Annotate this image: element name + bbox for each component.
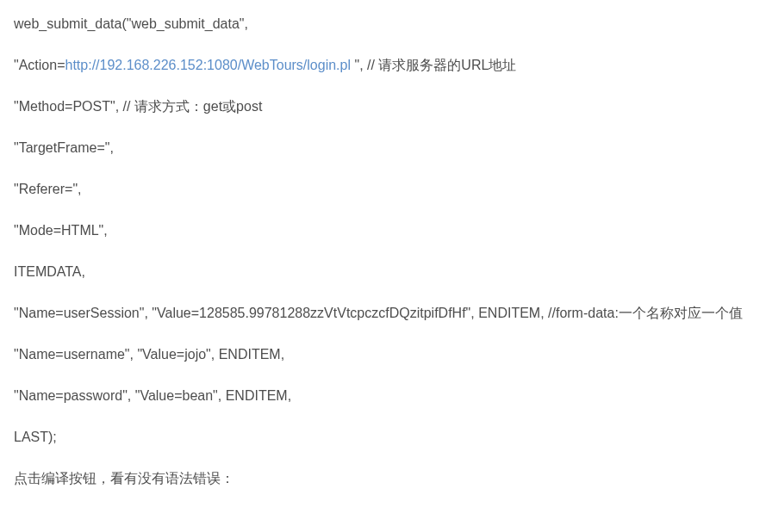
code-line-10: "Name=password", "Value=bean", ENDITEM, [14, 386, 758, 406]
code-line-2: "Action=http://192.168.226.152:1080/WebT… [14, 55, 758, 76]
code-line-1: web_submit_data("web_submit_data", [14, 14, 758, 34]
code-line-9: "Name=username", "Value=jojo", ENDITEM, [14, 344, 758, 365]
code-line-4: "TargetFrame=", [14, 138, 758, 158]
instruction-text: 点击编译按钮，看有没有语法错误： [14, 468, 758, 489]
url-link[interactable]: http://192.168.226.152:1080/WebTours/log… [65, 58, 355, 72]
code-line-7: ITEMDATA, [14, 262, 758, 282]
code-line-6: "Mode=HTML", [14, 220, 758, 241]
code-text-action-suffix: ", // 请求服务器的URL地址 [354, 58, 516, 72]
code-text-action-prefix: "Action= [14, 58, 65, 72]
code-line-11: LAST); [14, 427, 758, 448]
code-line-3: "Method=POST", // 请求方式：get或post [14, 96, 758, 117]
code-line-8: "Name=userSession", "Value=128585.997812… [14, 303, 758, 324]
code-line-5: "Referer=", [14, 179, 758, 200]
